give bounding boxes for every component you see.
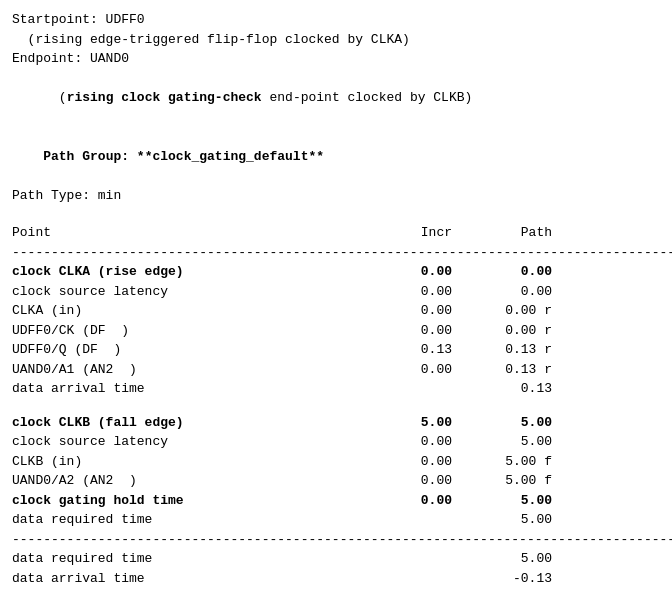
row-path: 5.00 <box>452 432 552 452</box>
table-row: data arrival time 0.13 <box>12 379 660 399</box>
table-row: data required time 5.00 <box>12 510 660 530</box>
table-row: CLKB (in) 0.00 5.00 f <box>12 452 660 472</box>
row-point: clock CLKB (fall edge) <box>12 413 372 433</box>
path-group-value: **clock_gating_default** <box>137 149 324 164</box>
row-point: data arrival time <box>12 569 372 589</box>
table-row: clock CLKB (fall edge) 5.00 5.00 <box>12 413 660 433</box>
separator-1: ----------------------------------------… <box>12 243 660 263</box>
timing-table: Point Incr Path ------------------------… <box>12 223 660 593</box>
timing-report: Startpoint: UDFF0 (rising edge-triggered… <box>12 10 660 593</box>
row-point: clock gating hold time <box>12 491 372 511</box>
path-group-pre: Path Group: <box>43 149 137 164</box>
table-row: clock source latency 0.00 0.00 <box>12 282 660 302</box>
row-point: UAND0/A1 (AN2 ) <box>12 360 372 380</box>
endpoint-detail: (rising clock gating-check end-point clo… <box>12 69 660 128</box>
table-row: data required time 5.00 <box>12 549 660 569</box>
startpoint-detail: (rising edge-triggered flip-flop clocked… <box>12 30 660 50</box>
row-incr: 0.13 <box>372 340 452 360</box>
row-incr <box>372 510 452 530</box>
separator-3: ----------------------------------------… <box>12 588 660 593</box>
row-point: UAND0/A2 (AN2 ) <box>12 471 372 491</box>
row-path: 0.13 r <box>452 360 552 380</box>
row-path: 5.00 <box>452 413 552 433</box>
row-path: 0.00 <box>452 262 552 282</box>
header-path: Path <box>452 223 552 243</box>
table-header: Point Incr Path <box>12 223 660 243</box>
startpoint-line: Startpoint: UDFF0 <box>12 10 660 30</box>
row-point: CLKB (in) <box>12 452 372 472</box>
path-type-line: Path Type: min <box>12 186 660 206</box>
separator-2: ----------------------------------------… <box>12 530 660 550</box>
row-incr: 0.00 <box>372 471 452 491</box>
row-path: 0.00 r <box>452 321 552 341</box>
row-path: 0.00 r <box>452 301 552 321</box>
row-incr: 0.00 <box>372 262 452 282</box>
row-point: UDFF0/Q (DF ) <box>12 340 372 360</box>
header-point: Point <box>12 223 372 243</box>
row-incr: 0.00 <box>372 491 452 511</box>
row-point: clock CLKA (rise edge) <box>12 262 372 282</box>
row-point: UDFF0/CK (DF ) <box>12 321 372 341</box>
row-incr <box>372 549 452 569</box>
row-point: clock source latency <box>12 432 372 452</box>
row-path: -0.13 <box>452 569 552 589</box>
table-row: UAND0/A2 (AN2 ) 0.00 5.00 f <box>12 471 660 491</box>
row-incr <box>372 379 452 399</box>
endpoint-line: Endpoint: UAND0 <box>12 49 660 69</box>
row-point: data required time <box>12 510 372 530</box>
endpoint-detail-post: end-point clocked by CLKB) <box>262 90 473 105</box>
table-row: clock source latency 0.00 5.00 <box>12 432 660 452</box>
row-point: data arrival time <box>12 379 372 399</box>
table-row: data arrival time -0.13 <box>12 569 660 589</box>
header-incr: Incr <box>372 223 452 243</box>
row-incr <box>372 569 452 589</box>
row-path: 0.00 <box>452 282 552 302</box>
endpoint-detail-pre: ( <box>43 90 66 105</box>
table-row: UDFF0/Q (DF ) 0.13 0.13 r <box>12 340 660 360</box>
row-incr: 0.00 <box>372 321 452 341</box>
row-incr: 0.00 <box>372 282 452 302</box>
row-incr: 0.00 <box>372 301 452 321</box>
row-path: 5.00 <box>452 491 552 511</box>
row-point: CLKA (in) <box>12 301 372 321</box>
row-path: 0.13 <box>452 379 552 399</box>
row-incr: 0.00 <box>372 360 452 380</box>
table-row: clock gating hold time 0.00 5.00 <box>12 491 660 511</box>
row-path: 5.00 f <box>452 471 552 491</box>
row-incr: 0.00 <box>372 432 452 452</box>
table-row: clock CLKA (rise edge) 0.00 0.00 <box>12 262 660 282</box>
endpoint-detail-bold: rising clock gating-check <box>67 90 262 105</box>
row-path: 0.13 r <box>452 340 552 360</box>
table-row: UDFF0/CK (DF ) 0.00 0.00 r <box>12 321 660 341</box>
table-row: UAND0/A1 (AN2 ) 0.00 0.13 r <box>12 360 660 380</box>
row-path: 5.00 <box>452 549 552 569</box>
row-path: 5.00 f <box>452 452 552 472</box>
row-incr: 5.00 <box>372 413 452 433</box>
row-incr: 0.00 <box>372 452 452 472</box>
table-row: CLKA (in) 0.00 0.00 r <box>12 301 660 321</box>
row-point: clock source latency <box>12 282 372 302</box>
row-path: 5.00 <box>452 510 552 530</box>
row-point: data required time <box>12 549 372 569</box>
path-group-line: Path Group: **clock_gating_default** <box>12 127 660 186</box>
